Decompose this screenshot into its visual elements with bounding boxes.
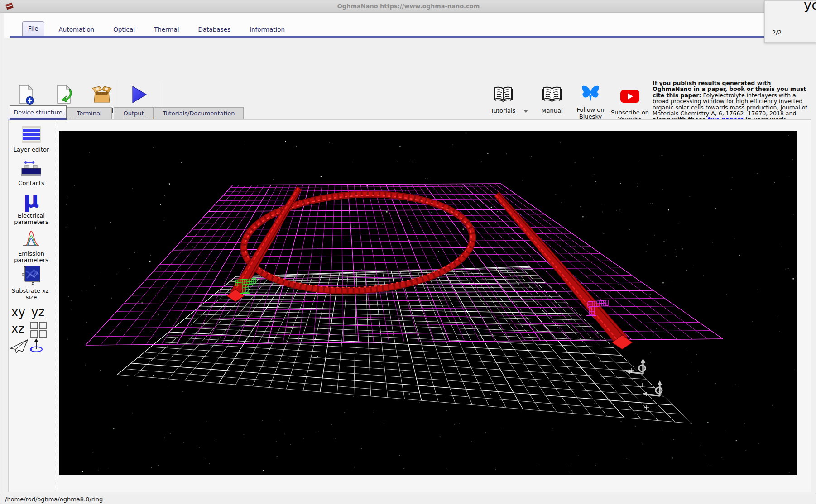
- menu-tab-databases[interactable]: Databases: [194, 23, 235, 38]
- view-xy-button[interactable]: xy: [11, 305, 25, 319]
- tab-device-structure-label: Device structure: [14, 109, 62, 116]
- popup-partial-text: yo: [804, 0, 816, 13]
- four-view-grid-icon: [29, 321, 48, 339]
- contacts-button[interactable]: Contacts: [9, 161, 54, 186]
- emission-parameters-label: Emission parameters: [9, 251, 54, 263]
- contacts-icon: [21, 161, 42, 179]
- layer-editor-label: Layer editor: [14, 147, 49, 153]
- tab-output-label: Output: [123, 110, 144, 117]
- substrate-image-icon: x z: [21, 265, 41, 286]
- tutorials-book-icon: [494, 84, 513, 105]
- contacts-label: Contacts: [18, 180, 44, 186]
- fly-scene-button[interactable]: [10, 339, 29, 355]
- tab-device-structure[interactable]: Device structure: [10, 105, 67, 119]
- menu-tab-optical[interactable]: Optical: [109, 23, 139, 38]
- app-window: OghmaNano https://www.oghma-nano.com Fil…: [0, 0, 816, 504]
- notification-popup[interactable]: yo 2/2: [764, 0, 816, 43]
- document-tabs: Device structure Terminal Output Tutoria…: [0, 103, 816, 120]
- svg-text:x: x: [22, 272, 24, 276]
- export-zip-icon: [91, 84, 112, 105]
- rotate-axis-icon: [29, 337, 44, 354]
- active-tab-underline: [10, 118, 67, 120]
- window-title: OghmaNano https://www.oghma-nano.com: [0, 3, 816, 10]
- menu-tab-automation[interactable]: Automation: [54, 23, 99, 38]
- menu-underline: [10, 36, 816, 38]
- 3d-device-view[interactable]: [59, 131, 797, 475]
- titlebar[interactable]: OghmaNano https://www.oghma-nano.com: [0, 0, 816, 13]
- view-yz-button[interactable]: yz: [31, 305, 44, 319]
- emission-spectrum-icon: [21, 228, 41, 249]
- menu-tab-file[interactable]: File: [22, 21, 44, 38]
- electrical-parameters-button[interactable]: μ Electrical parameters: [9, 190, 54, 225]
- tab-tutorials-documentation[interactable]: Tutorials/Documentation: [154, 107, 244, 119]
- popup-page-indicator: 2/2: [772, 29, 782, 36]
- rotate-view-button[interactable]: [29, 337, 44, 356]
- bluesky-butterfly-icon: [581, 83, 600, 105]
- view-xz-button[interactable]: xz: [11, 322, 24, 335]
- menu-tab-thermal[interactable]: Thermal: [149, 23, 184, 38]
- manual-book-icon: [542, 84, 562, 105]
- tab-terminal-label: Terminal: [77, 110, 102, 117]
- substrate-xz-size-button[interactable]: x z Substrate xz-size: [9, 265, 54, 300]
- menu-tab-information[interactable]: Information: [245, 23, 289, 38]
- tab-output[interactable]: Output: [114, 107, 154, 119]
- mu-icon: μ: [23, 190, 39, 211]
- emission-parameters-button[interactable]: Emission parameters: [9, 228, 54, 263]
- svg-text:z: z: [32, 281, 34, 285]
- sidebar-splitter[interactable]: [58, 121, 58, 492]
- layer-editor-button[interactable]: Layer editor: [9, 125, 54, 153]
- menubar: File Automation Optical Thermal Database…: [4, 13, 816, 38]
- tab-tutorials-documentation-label: Tutorials/Documentation: [163, 110, 235, 117]
- run-simulation-icon: [131, 84, 148, 105]
- layer-editor-icon: [21, 125, 41, 145]
- electrical-parameters-label: Electrical parameters: [9, 213, 54, 225]
- new-simulation-icon: [17, 84, 35, 105]
- simulation-path: /home/rod/oghma/oghma8.0/ring: [5, 496, 103, 503]
- substrate-xz-size-label: Substrate xz-size: [9, 288, 54, 300]
- statusbar: /home/rod/oghma/oghma8.0/ring: [0, 494, 816, 504]
- toolbar: New simulation Open simulation: [0, 38, 816, 103]
- open-simulation-icon: [55, 84, 73, 105]
- 3d-scene-svg: [59, 131, 797, 475]
- paper-plane-icon: [10, 339, 29, 353]
- tab-terminal[interactable]: Terminal: [67, 107, 112, 119]
